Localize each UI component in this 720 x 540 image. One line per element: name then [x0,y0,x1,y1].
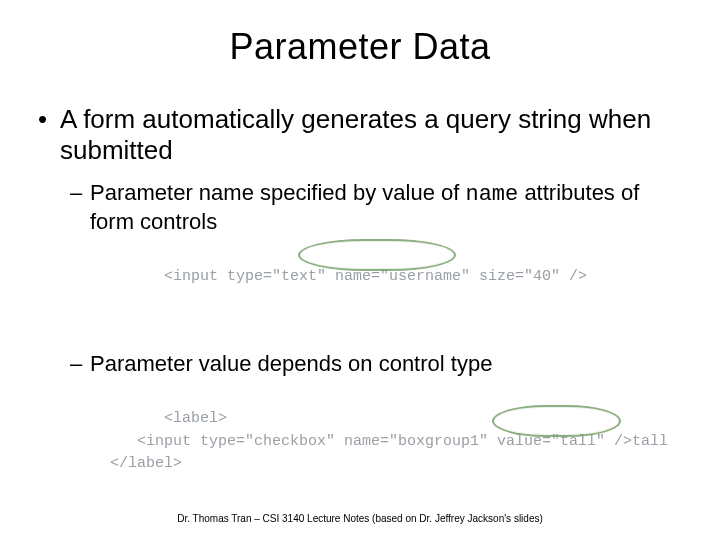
slide-body: • A form automatically generates a query… [0,68,720,540]
text-fragment: Parameter [90,351,199,376]
slide: Parameter Data • A form automatically ge… [0,0,720,540]
code-line: </label> [110,455,182,472]
text-emphasis-value: value [199,351,252,376]
text-fragment: A [60,104,83,134]
code-word-name: name [465,182,518,207]
text-fragment: depends on control type [251,351,492,376]
sub-bullet-text: Parameter name specified by value of nam… [90,180,682,235]
code-example-1: <input type="text" name="username" size=… [110,243,682,333]
text-fragment: automatically generates a query string w… [60,104,651,165]
sub-bullet-text: Parameter value depends on control type [90,351,492,377]
code-line: <input type="checkbox" name="boxgroup1" … [110,433,668,450]
text-fragment: Parameter [90,180,199,205]
bullet-level2: – Parameter value depends on control typ… [70,351,682,377]
dash-icon: – [70,180,90,235]
slide-title: Parameter Data [0,0,720,68]
text-emphasis-name: name [199,180,254,205]
bullet-level2: – Parameter name specified by value of n… [70,180,682,235]
code-line: <input type="text" name="username" size=… [164,268,587,285]
bullet-text: A form automatically generates a query s… [60,104,682,166]
code-line: <label> [164,410,227,427]
text-emphasis-form: form [83,104,135,134]
bullet-level1: • A form automatically generates a query… [38,104,682,166]
code-example-2: <label> <input type="checkbox" name="box… [110,386,682,521]
text-fragment: specified by value of [254,180,466,205]
slide-footer: Dr. Thomas Tran – CSI 3140 Lecture Notes… [0,513,720,524]
bullet-dot: • [38,104,60,166]
highlight-ring-name [298,239,456,271]
dash-icon: – [70,351,90,377]
